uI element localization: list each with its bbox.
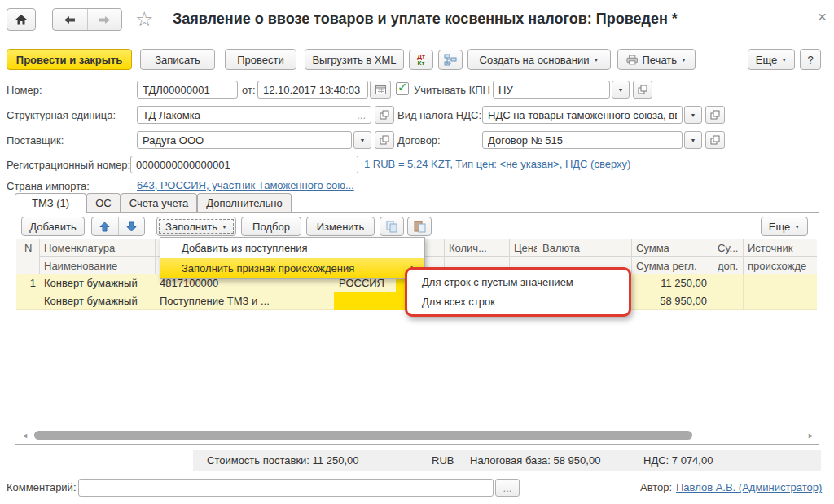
write-label: Записать bbox=[155, 54, 200, 66]
export-xml-button[interactable]: Выгрузить в XML bbox=[305, 49, 404, 70]
number-field[interactable]: ТДЛ00000001 bbox=[137, 81, 238, 99]
move-down-button[interactable] bbox=[119, 217, 145, 235]
post-button[interactable]: Провести bbox=[225, 49, 296, 70]
contract-dropdown-button[interactable]: ▼ bbox=[684, 131, 702, 149]
contract-open-button[interactable] bbox=[705, 131, 725, 149]
favorite-star-icon[interactable]: ☆ bbox=[135, 7, 153, 31]
vat-kind-dropdown-button[interactable]: ▼ bbox=[684, 106, 702, 124]
totals-currency: RUB bbox=[432, 452, 454, 470]
supplier-field[interactable]: Радуга ООО bbox=[137, 131, 352, 149]
fill-origin-submenu: Для строк с пустым значением Для всех ст… bbox=[405, 267, 631, 317]
post-and-close-label: Провести и закрыть bbox=[16, 54, 122, 66]
supplier-dropdown-button[interactable]: ▼ bbox=[353, 131, 371, 149]
copy-icon bbox=[386, 221, 398, 233]
vat-kind-field[interactable]: НДС на товары таможенного союза, ввозимы… bbox=[482, 106, 683, 124]
vat-total: НДС: 7 074,00 bbox=[643, 452, 713, 470]
comment-dots-button[interactable]: ... bbox=[495, 479, 520, 497]
post-and-close-button[interactable]: Провести и закрыть bbox=[7, 49, 132, 70]
forward-button[interactable] bbox=[88, 9, 122, 30]
menu-item-add-from-receipt[interactable]: Добавить из поступления bbox=[160, 238, 424, 258]
create-based-on-label: Создать на основании bbox=[480, 54, 590, 66]
date-field[interactable]: 12.10.2017 13:40:03 bbox=[257, 81, 368, 99]
column-header-name[interactable]: Наименование bbox=[44, 258, 151, 274]
post-label: Провести bbox=[237, 54, 284, 66]
exchange-rate-link[interactable]: 1 RUB = 5,24 KZT, Тип цен: <не указан>, … bbox=[364, 156, 630, 173]
column-header-nomenclature[interactable]: Номенклатура bbox=[44, 240, 151, 256]
column-header-currency[interactable]: Валюта bbox=[542, 240, 628, 256]
comment-label: Комментарий: bbox=[7, 479, 77, 497]
column-header-source-2[interactable]: происхожде bbox=[748, 258, 816, 274]
column-header-sum-dop-2[interactable]: доп. bbox=[718, 258, 740, 274]
tab-os[interactable]: ОС bbox=[86, 193, 121, 212]
horizontal-scrollbar-thumb[interactable] bbox=[34, 431, 692, 440]
pick-label: Подбор bbox=[252, 221, 290, 233]
scroll-right-arrow[interactable]: ► bbox=[807, 431, 814, 440]
column-header-sum[interactable]: Сумма bbox=[636, 240, 709, 256]
kpn-checkbox-label: Учитывать КПН bbox=[414, 81, 490, 99]
vat-kind-value: НДС на товары таможенного союза, ввозимы… bbox=[488, 109, 677, 121]
reg-number-value: 0000000000000001 bbox=[136, 159, 353, 171]
back-button[interactable] bbox=[53, 9, 88, 30]
submenu-item-all-rows[interactable]: Для всех строк bbox=[407, 296, 629, 308]
pick-button[interactable]: Подбор bbox=[241, 217, 301, 236]
write-button[interactable]: Записать bbox=[140, 49, 215, 70]
show-postings-button[interactable]: Дт Кт bbox=[409, 50, 433, 70]
tab-tmz[interactable]: ТМЗ (1) bbox=[15, 193, 86, 213]
submenu-item-empty-rows[interactable]: Для строк с пустым значением bbox=[407, 276, 629, 288]
header-divider bbox=[39, 256, 817, 257]
document-structure-button[interactable] bbox=[438, 50, 463, 70]
choose-button[interactable]: ... bbox=[357, 109, 366, 121]
menu-item-fill-origin[interactable]: Заполнить признак происхождения ▶ bbox=[160, 258, 424, 278]
create-based-on-button[interactable]: Создать на основании ▼ bbox=[467, 49, 611, 70]
kpn-tax-field[interactable]: НУ bbox=[493, 81, 610, 99]
more-button[interactable]: Еще ▼ bbox=[748, 49, 795, 70]
arrow-down-icon bbox=[126, 221, 137, 232]
move-up-button[interactable] bbox=[92, 217, 119, 235]
paste-rows-button[interactable] bbox=[407, 217, 432, 236]
column-header-qty[interactable]: Колич... bbox=[449, 240, 506, 256]
row-sum-cell[interactable]: 11 250,00 bbox=[631, 274, 707, 292]
unit-field[interactable]: ТД Лакомка ... bbox=[137, 106, 371, 124]
tax-base-total: Налоговая база: 58 950,00 bbox=[470, 452, 600, 470]
print-button[interactable]: Печать ▼ bbox=[617, 49, 696, 70]
scroll-left-arrow[interactable]: ◄ bbox=[21, 431, 29, 440]
contract-field[interactable]: Договор № 515 bbox=[482, 131, 683, 149]
add-row-label: Добавить bbox=[29, 221, 76, 233]
reg-number-label: Регистрационный номер: bbox=[7, 156, 130, 174]
tab-accounts[interactable]: Счета учета bbox=[121, 193, 197, 212]
kpn-tax-open-button[interactable] bbox=[633, 81, 652, 99]
help-button[interactable]: ? bbox=[800, 49, 821, 70]
calendar-button[interactable] bbox=[370, 81, 391, 99]
fill-button[interactable]: Заполнить ▼ bbox=[156, 217, 236, 236]
tab-additional[interactable]: Дополнительно bbox=[197, 193, 292, 212]
comment-input[interactable] bbox=[78, 479, 494, 497]
tab-os-label: ОС bbox=[95, 197, 112, 209]
author-link[interactable]: Павлов А.В. (Администратор) bbox=[676, 480, 822, 496]
unit-open-button[interactable] bbox=[375, 106, 394, 124]
column-header-n[interactable]: N bbox=[24, 240, 32, 256]
row-sum-reg-cell[interactable]: 58 950,00 bbox=[631, 292, 707, 310]
row-nomenclature-cell[interactable]: Конверт бумажный bbox=[44, 274, 151, 292]
column-header-price[interactable]: Цена bbox=[514, 240, 537, 256]
kpn-checkbox[interactable]: ✓ bbox=[396, 82, 409, 95]
column-header-sum-reg[interactable]: Сумма регл. bbox=[636, 258, 709, 274]
chevron-down-icon: ▼ bbox=[222, 224, 227, 230]
add-row-button[interactable]: Добавить bbox=[21, 217, 85, 236]
edit-button[interactable]: Изменить bbox=[306, 217, 375, 236]
row-number-cell[interactable]: 1 bbox=[20, 274, 36, 292]
copy-rows-button[interactable] bbox=[380, 217, 404, 236]
reg-number-field[interactable]: 0000000000000001 bbox=[130, 156, 358, 173]
row-name-cell[interactable]: Конверт бумажный bbox=[44, 292, 151, 310]
supplier-open-button[interactable] bbox=[375, 131, 394, 149]
column-header-source-1[interactable]: Источник bbox=[748, 240, 816, 256]
close-icon[interactable]: × bbox=[818, 8, 827, 26]
home-button[interactable] bbox=[7, 8, 36, 31]
row-receipt-doc-cell[interactable]: Поступление ТМЗ и ... bbox=[160, 292, 290, 310]
grid-more-button[interactable]: Еще ▼ bbox=[761, 217, 808, 236]
import-country-link[interactable]: 643, РОССИЯ, участник Таможенного сою... bbox=[137, 177, 354, 194]
chevron-down-icon: ▼ bbox=[781, 57, 787, 63]
column-header-sum-dop-1[interactable]: Су... bbox=[718, 240, 740, 256]
vat-kind-open-button[interactable] bbox=[705, 106, 725, 124]
kpn-tax-dropdown-button[interactable]: ▼ bbox=[612, 81, 630, 99]
open-icon bbox=[380, 135, 389, 145]
